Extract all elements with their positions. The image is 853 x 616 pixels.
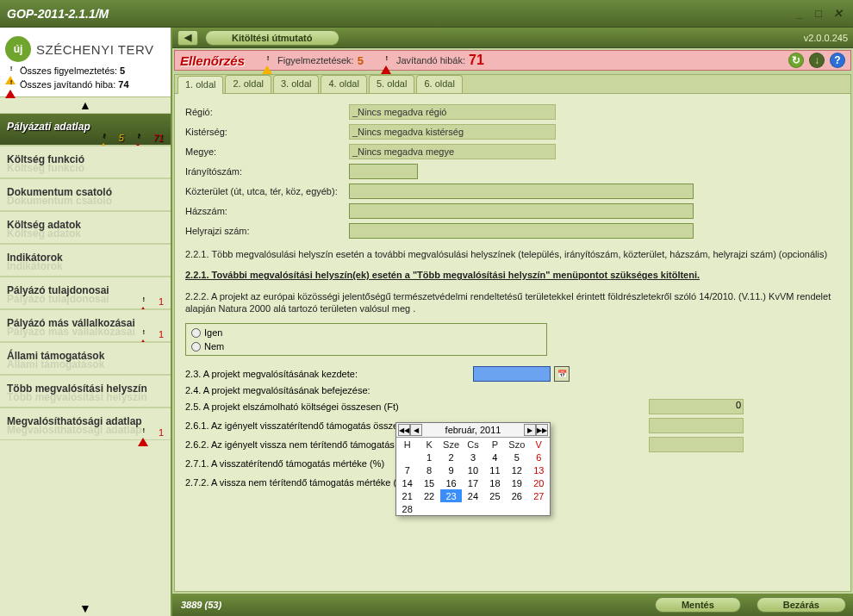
value-262[interactable] bbox=[649, 437, 744, 452]
calendar-open-icon[interactable]: 📅 bbox=[554, 366, 570, 382]
tab-4-oldal[interactable]: 4. oldal bbox=[321, 75, 366, 93]
cal-day[interactable]: 2 bbox=[440, 451, 462, 464]
sidebar-item-koltseg-funkcio[interactable]: Költség funkció Költség funkció bbox=[0, 146, 171, 178]
cal-day bbox=[528, 502, 550, 515]
cal-day[interactable]: 24 bbox=[462, 489, 483, 502]
cal-day[interactable]: 3 bbox=[462, 451, 483, 464]
radio-igen-label: Igen bbox=[204, 327, 222, 338]
label-iranyitoszam: Irányítószám: bbox=[185, 166, 349, 177]
cal-next-year-icon[interactable]: ▶▶ bbox=[536, 424, 548, 436]
cal-day[interactable]: 25 bbox=[484, 489, 506, 502]
cal-day[interactable]: 18 bbox=[484, 476, 506, 489]
guide-button[interactable]: Kitöltési útmutató bbox=[205, 30, 339, 46]
cal-day[interactable]: 19 bbox=[506, 476, 527, 489]
cal-day[interactable]: 23 bbox=[440, 489, 462, 502]
cal-day[interactable]: 16 bbox=[440, 476, 462, 489]
alert-warn-count: 5 bbox=[358, 54, 364, 67]
sidebar-item-megvalosithatosagi-adatlap[interactable]: Megvalósíthatósági adatlap Megvalósíthat… bbox=[0, 408, 171, 440]
calendar-grid: HKSzeCsPSzoV 123456789101112131415161718… bbox=[396, 438, 550, 515]
back-button[interactable]: ◀ bbox=[177, 30, 198, 46]
input-helyrajzi-szam[interactable] bbox=[349, 223, 694, 239]
sidebar-item-koltseg-adatok[interactable]: Költség adatok Költség adatok bbox=[0, 211, 171, 244]
cal-day[interactable]: 28 bbox=[396, 502, 418, 515]
help-icon[interactable]: ? bbox=[830, 53, 845, 68]
minimize-button[interactable]: _ bbox=[791, 6, 808, 22]
cal-prev-year-icon[interactable]: ◀◀ bbox=[398, 424, 410, 436]
tab-2-oldal[interactable]: 2. oldal bbox=[225, 75, 271, 93]
cal-day[interactable]: 21 bbox=[396, 489, 418, 502]
tab-3-oldal[interactable]: 3. oldal bbox=[273, 75, 319, 93]
tabstrip: 1. oldal 2. oldal 3. oldal 4. oldal 5. o… bbox=[175, 75, 850, 94]
cal-day[interactable]: 27 bbox=[528, 489, 550, 502]
total-err-label: Összes javítandó hiba: bbox=[20, 79, 115, 90]
maximize-button[interactable]: □ bbox=[810, 6, 827, 22]
link-221[interactable]: 2.2.1. További megvalósítási helyszín(ek… bbox=[185, 269, 840, 281]
cal-day[interactable]: 1 bbox=[418, 451, 439, 464]
sidebar-item-label: Megvalósíthatósági adatlap bbox=[7, 415, 142, 427]
radio-dot-icon bbox=[191, 328, 201, 338]
cal-next-month-icon[interactable]: ▶ bbox=[524, 424, 536, 436]
input-kozterulet[interactable] bbox=[349, 184, 694, 199]
label-24: 2.4. A projekt megvalósításának befejezé… bbox=[185, 385, 470, 395]
tab-1-oldal[interactable]: 1. oldal bbox=[177, 76, 223, 94]
cal-day[interactable]: 13 bbox=[528, 464, 550, 476]
cal-day[interactable]: 8 bbox=[418, 464, 439, 476]
calendar-popup[interactable]: ◀◀ ◀ február, 2011 ▶ ▶▶ HKSzeCsPSzoV 123… bbox=[395, 422, 551, 516]
cal-prev-month-icon[interactable]: ◀ bbox=[410, 424, 422, 436]
radio-nem[interactable]: Nem bbox=[190, 339, 543, 353]
sidebar-item-palyazo-tulajdonosai[interactable]: Pályázó tulajdonosai Pályázó tulajdonosa… bbox=[0, 277, 171, 309]
sidebar-item-palyazo-mas-vallalkozasai[interactable]: Pályázó más vállalkozásai Pályázó más vá… bbox=[0, 309, 171, 342]
close-button[interactable]: Bezárás bbox=[756, 597, 846, 613]
content: ◀ Kitöltési útmutató v2.0.0.245 Ellenőrz… bbox=[172, 28, 853, 616]
cal-day[interactable]: 20 bbox=[528, 476, 550, 489]
save-button[interactable]: Mentés bbox=[655, 597, 741, 613]
cal-day[interactable]: 9 bbox=[440, 464, 462, 476]
cal-day[interactable]: 4 bbox=[484, 451, 506, 464]
sidebar-item-allami-tamogatasok[interactable]: Állami támogatások Állami támogatások bbox=[0, 342, 171, 375]
cal-day[interactable]: 5 bbox=[506, 451, 527, 464]
radio-nem-label: Nem bbox=[204, 341, 224, 352]
sidebar-err-count: 1 bbox=[159, 329, 164, 339]
refresh-icon[interactable]: ↻ bbox=[788, 53, 804, 68]
value-261[interactable] bbox=[649, 418, 744, 433]
input-iranyitoszam[interactable] bbox=[349, 164, 418, 179]
tab-6-oldal[interactable]: 6. oldal bbox=[416, 75, 462, 93]
sidebar-item-palyazati-adatlap[interactable]: Pályázati adatlap !5 !71 bbox=[0, 113, 171, 146]
sidebar-err-count: 1 bbox=[159, 427, 164, 438]
cal-day[interactable]: 22 bbox=[418, 489, 439, 502]
cal-day[interactable]: 17 bbox=[462, 476, 483, 489]
cal-day[interactable]: 10 bbox=[462, 464, 483, 476]
cal-day[interactable]: 11 bbox=[484, 464, 506, 476]
cal-dow: K bbox=[418, 438, 439, 451]
value-regio: _Nincs megadva régió bbox=[349, 104, 556, 120]
cal-day bbox=[396, 451, 418, 464]
input-hazszam[interactable] bbox=[349, 203, 694, 219]
tab-5-oldal[interactable]: 5. oldal bbox=[369, 75, 414, 93]
radio-group-natura2000: Igen Nem bbox=[185, 323, 547, 356]
cal-day bbox=[506, 502, 527, 515]
label-23: 2.3. A projekt megvalósításának kezdete: bbox=[185, 369, 470, 379]
cal-day[interactable]: 15 bbox=[418, 476, 439, 489]
cal-dow: V bbox=[528, 438, 550, 451]
sidebar-item-label: Több megvalósítási helyszín bbox=[7, 383, 147, 395]
sidebar-item-tobb-megvalositasi-helyszin[interactable]: Több megvalósítási helyszín Több megvaló… bbox=[0, 375, 171, 408]
close-window-button[interactable]: ✕ bbox=[829, 6, 846, 22]
nav-scroll-up[interactable]: ▲ bbox=[0, 97, 171, 113]
logo-text: SZÉCHENYI TERV bbox=[36, 42, 153, 57]
download-icon[interactable]: ↓ bbox=[809, 53, 825, 68]
sidebar-item-dokumentum-csatolo[interactable]: Dokumentum csatoló Dokumentum csatoló bbox=[0, 178, 171, 211]
nav-scroll-down[interactable]: ▼ bbox=[0, 600, 171, 616]
cal-day[interactable]: 12 bbox=[506, 464, 527, 476]
cal-day[interactable]: 7 bbox=[396, 464, 418, 476]
cal-day[interactable]: 14 bbox=[396, 476, 418, 489]
value-megye: _Nincs megadva megye bbox=[349, 144, 556, 159]
sidebar-err-count: 1 bbox=[159, 296, 164, 307]
cal-day[interactable]: 26 bbox=[506, 489, 527, 502]
radio-igen[interactable]: Igen bbox=[190, 326, 543, 339]
sidebar-item-indikatorok[interactable]: Indikátorok Indikátorok bbox=[0, 244, 171, 277]
form-scrollpane[interactable]: Régió: _Nincs megadva régió Kistérség: _… bbox=[175, 94, 850, 591]
date-field-kezdete[interactable] bbox=[473, 366, 551, 382]
total-err-count: 74 bbox=[118, 79, 128, 90]
cal-day[interactable]: 6 bbox=[528, 451, 550, 464]
cal-dow: Cs bbox=[462, 438, 483, 451]
